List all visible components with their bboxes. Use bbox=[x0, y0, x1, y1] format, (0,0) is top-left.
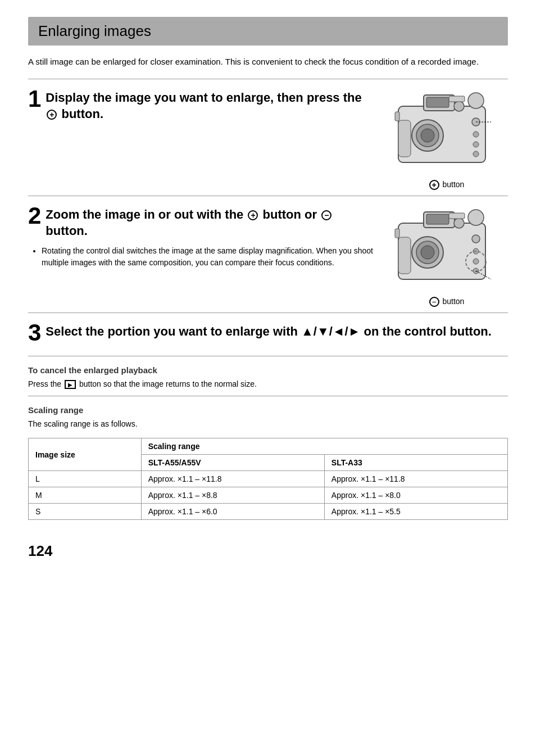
svg-point-25 bbox=[473, 259, 479, 264]
svg-rect-30 bbox=[398, 237, 411, 274]
table-body: L Approx. ×1.1 – ×11.8 Approx. ×1.1 – ×1… bbox=[29, 471, 508, 520]
a33-s: Approx. ×1.1 – ×5.5 bbox=[324, 504, 507, 520]
step-2-row: 2 Zoom the image in or out with the butt… bbox=[28, 206, 508, 307]
zoom-out-icon-label2 bbox=[429, 297, 439, 307]
scaling-table: Image size Scaling range SLT-A55/A55V SL… bbox=[28, 438, 508, 520]
size-l: L bbox=[29, 471, 142, 487]
step-2-right: button bbox=[384, 206, 508, 307]
step-2-button-label: button bbox=[428, 297, 465, 307]
a55-s: Approx. ×1.1 – ×6.0 bbox=[141, 504, 324, 520]
step-1-section: 1 Display the image you want to enlarge,… bbox=[28, 79, 508, 196]
step-1-number: 1 bbox=[28, 89, 41, 111]
col-scaling-range: Scaling range bbox=[141, 438, 507, 455]
title-bar: Enlarging images bbox=[28, 17, 508, 46]
step-1-text: Display the image you want to enlarge, t… bbox=[46, 89, 373, 123]
svg-point-10 bbox=[473, 151, 479, 157]
step-3-number: 3 bbox=[28, 323, 41, 345]
step-3-section: 3 Select the portion you want to enlarge… bbox=[28, 313, 508, 356]
a55-m: Approx. ×1.1 – ×8.8 bbox=[141, 487, 324, 504]
a55-l: Approx. ×1.1 – ×11.8 bbox=[141, 471, 324, 487]
svg-point-8 bbox=[473, 132, 479, 137]
step-1-row: 1 Display the image you want to enlarge,… bbox=[28, 89, 508, 190]
size-m: M bbox=[29, 487, 142, 504]
size-s: S bbox=[29, 504, 142, 520]
svg-point-4 bbox=[421, 129, 434, 142]
step-1-left: 1 Display the image you want to enlarge,… bbox=[28, 89, 384, 128]
step-2-number: 2 bbox=[28, 206, 41, 228]
scaling-intro: The scaling range is as follows. bbox=[28, 418, 508, 430]
playback-icon bbox=[65, 380, 76, 389]
zoom-in-icon-step2 bbox=[248, 210, 258, 220]
svg-rect-21 bbox=[426, 214, 449, 224]
step-3-text: Select the portion you want to enlarge w… bbox=[46, 323, 508, 340]
svg-rect-29 bbox=[449, 213, 465, 219]
page-number: 124 bbox=[28, 542, 508, 560]
step-2-text: Zoom the image in or out with the button… bbox=[46, 206, 373, 239]
svg-point-6 bbox=[468, 93, 484, 108]
cancel-section: To cancel the enlarged playback Press th… bbox=[28, 356, 508, 396]
col-image-size: Image size bbox=[29, 438, 142, 471]
svg-rect-13 bbox=[449, 96, 465, 102]
step-2-title: 2 Zoom the image in or out with the butt… bbox=[28, 206, 373, 239]
col-slt-a33: SLT-A33 bbox=[324, 455, 507, 471]
svg-point-9 bbox=[473, 142, 479, 147]
svg-point-23 bbox=[472, 235, 480, 243]
step-3-title: 3 Select the portion you want to enlarge… bbox=[28, 323, 508, 345]
step-1-right: button bbox=[384, 89, 508, 190]
svg-point-11 bbox=[454, 101, 464, 111]
scaling-section: Scaling range The scaling range is as fo… bbox=[28, 396, 508, 526]
a33-l: Approx. ×1.1 – ×11.8 bbox=[324, 471, 507, 487]
col-slt-a55: SLT-A55/A55V bbox=[141, 455, 324, 471]
svg-rect-14 bbox=[398, 120, 411, 157]
table-row: S Approx. ×1.1 – ×6.0 Approx. ×1.1 – ×5.… bbox=[29, 504, 508, 520]
step-1-title: 1 Display the image you want to enlarge,… bbox=[28, 89, 373, 123]
zoom-in-icon-label1 bbox=[429, 180, 439, 190]
svg-rect-28 bbox=[395, 229, 399, 238]
a33-m: Approx. ×1.1 – ×8.0 bbox=[324, 487, 507, 504]
step-2-section: 2 Zoom the image in or out with the butt… bbox=[28, 196, 508, 313]
table-row: L Approx. ×1.1 – ×11.8 Approx. ×1.1 – ×1… bbox=[29, 471, 508, 487]
svg-point-27 bbox=[454, 218, 464, 228]
svg-rect-5 bbox=[426, 97, 449, 107]
camera-illustration-1 bbox=[393, 89, 499, 176]
cancel-heading: To cancel the enlarged playback bbox=[28, 365, 508, 375]
step-1-button-label: button bbox=[428, 180, 465, 190]
step-2-bullets: Rotating the control dial switches the i… bbox=[42, 245, 373, 269]
step-2-bullet-1: Rotating the control dial switches the i… bbox=[42, 245, 373, 269]
step-2-left: 2 Zoom the image in or out with the butt… bbox=[28, 206, 384, 269]
zoom-out-icon-step2 bbox=[321, 210, 331, 220]
page-title: Enlarging images bbox=[38, 22, 498, 40]
svg-point-22 bbox=[468, 210, 484, 225]
svg-point-20 bbox=[421, 246, 434, 259]
table-row: M Approx. ×1.1 – ×8.8 Approx. ×1.1 – ×8.… bbox=[29, 487, 508, 504]
table-header-row: Image size Scaling range bbox=[29, 438, 508, 455]
camera-illustration-2 bbox=[393, 206, 499, 293]
cancel-text: Press the button so that the image retur… bbox=[28, 378, 508, 390]
zoom-in-icon-step1 bbox=[47, 110, 57, 120]
intro-text: A still image can be enlarged for closer… bbox=[28, 56, 508, 69]
svg-rect-12 bbox=[395, 112, 399, 121]
scaling-heading: Scaling range bbox=[28, 405, 508, 415]
